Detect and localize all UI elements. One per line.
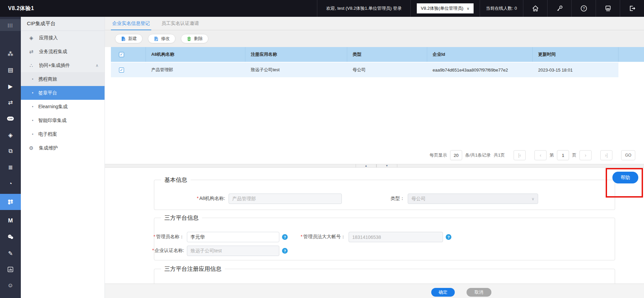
first-page-button[interactable]: |‹ (514, 150, 526, 160)
section-title: 三方平台注册应用信息 (161, 265, 225, 273)
cell-org-name: 产品管理部 (146, 62, 245, 77)
feather-icon[interactable]: ✎ (0, 247, 21, 259)
send-icon[interactable]: ▶ (0, 80, 21, 92)
pane-splitter[interactable]: ▲ ▼ (105, 164, 644, 168)
help-question-icon[interactable]: ? (446, 234, 451, 240)
sidebar-item-ctrip[interactable]: • 携程商旅 (21, 72, 105, 86)
column-header-app-name[interactable]: 注册应用名称 (245, 47, 347, 62)
monitor-icon[interactable] (596, 0, 620, 17)
new-button[interactable]: 新建 (115, 34, 143, 43)
help-question-icon[interactable]: ? (282, 234, 288, 240)
sidebar-item-label: 智能印章集成 (38, 118, 67, 124)
admin-name-input[interactable] (187, 232, 279, 242)
table-row[interactable]: ✓ 产品管理部 致远子公司test 母公司 eaa9b74d651e43aa80… (111, 62, 644, 77)
bullet-icon: • (31, 77, 34, 82)
column-header-company-id[interactable]: 企业Id (427, 47, 533, 62)
a8-org-input[interactable] (229, 194, 342, 204)
bar-chart-icon[interactable] (0, 263, 21, 275)
flow-icon[interactable]: ⇄ (0, 96, 21, 109)
splitter-up-icon[interactable]: ▲ (356, 164, 376, 167)
type-label: 类型： (376, 196, 405, 202)
go-button[interactable]: GO (621, 150, 635, 160)
icon-rail: ||| ⁂ ▤ ▶ ⇄ CAP ◈ ⧉ ≣ ◔ M ✎ ☺ ⊛ (0, 17, 21, 298)
cancel-button[interactable]: 取消 (467, 288, 491, 297)
role-selector-cell: V8.2体验(单位管理员) ∨ (410, 0, 479, 17)
help-question-icon[interactable]: ? (282, 248, 288, 254)
per-page-label: 每页显示 (430, 152, 447, 158)
row-checkbox[interactable]: ✓ (119, 68, 124, 73)
section-title: 三方平台信息 (161, 214, 202, 222)
page-number-input[interactable] (557, 150, 569, 160)
column-header-updated[interactable]: 更新时间 (533, 47, 618, 62)
page-suffix-label: 页 (572, 152, 576, 158)
sidebar-item-label: 签章平台 (38, 90, 57, 96)
tab-employee-realname[interactable]: 员工实名认证邀请 (161, 17, 199, 30)
per-page-input[interactable] (450, 150, 462, 160)
new-file-icon (121, 36, 126, 41)
sidebar-item-bpm-integration[interactable]: ⇄ 业务流程集成 (21, 45, 105, 58)
sidebar-item-label: 业务流程集成 (39, 49, 67, 55)
sidebar-item-elearning[interactable]: • Elearning集成 (21, 100, 105, 114)
role-selector[interactable]: V8.2体验(单位管理员) ∨ (417, 3, 473, 13)
page-prefix-label: 第 (550, 152, 554, 158)
cert-name-label: *企业认证名称: (147, 248, 184, 254)
sidebar-item-integration-maintenance[interactable]: ⚙ 集成维护 (21, 141, 105, 155)
key-icon[interactable] (547, 0, 571, 17)
column-header-type[interactable]: 类型 (347, 47, 427, 62)
help-button[interactable]: 帮助 (612, 172, 638, 183)
tab-enterprise-realname[interactable]: 企业实名信息登记 (112, 17, 150, 30)
robot-icon[interactable]: ☺ (0, 280, 21, 292)
sidebar-item-e-archive[interactable]: • 电子档案 (21, 127, 105, 141)
control-panel-icon[interactable]: ▤ (0, 64, 21, 76)
m-icon[interactable]: M (0, 215, 21, 227)
stack-icon[interactable]: ≣ (0, 161, 21, 173)
bullet-icon: • (31, 118, 34, 123)
edit-button[interactable]: 修改 (148, 34, 175, 43)
cell-updated: 2023-03-15 18:01 (533, 62, 618, 77)
org-chart-icon[interactable]: ⁂ (0, 48, 21, 60)
help-icon[interactable]: ? (571, 0, 596, 17)
cell-filler (618, 62, 644, 77)
splitter-down-icon[interactable]: ▼ (376, 164, 397, 167)
next-page-button[interactable]: › (579, 150, 592, 160)
required-asterisk: * (154, 234, 155, 239)
toolbar: 新建 修改 删除 (105, 30, 644, 47)
column-header-org-name[interactable]: A8机构名称 (146, 47, 245, 62)
fadada-account-input[interactable] (349, 232, 443, 242)
pagination-bar: 每页显示 条/共1条记录 共1页 |‹ ‹ 第 页 › ›| GO (105, 149, 644, 161)
cap-badge-icon[interactable]: CAP (0, 113, 21, 125)
sidebar-item-label: 集成维护 (39, 145, 58, 151)
section-basic-info: 基本信息 (154, 180, 615, 210)
sidebar-item-signature-platform[interactable]: • 签章平台 (21, 86, 105, 100)
cert-name-input[interactable] (187, 246, 279, 256)
edit-file-icon (154, 36, 159, 41)
records-label: 条/共1条记录 (465, 152, 491, 158)
home-icon[interactable] (523, 0, 547, 17)
required-asterisk: * (197, 196, 199, 201)
bullet-icon: • (31, 104, 34, 109)
documents-icon[interactable]: ⧉ (0, 145, 21, 157)
logout-icon[interactable] (620, 0, 644, 17)
wechat-icon[interactable] (0, 231, 21, 243)
collapse-menu-icon[interactable]: ||| (0, 19, 21, 31)
palette-icon[interactable]: ◔ (0, 178, 21, 190)
data-table: ✓ A8机构名称 注册应用名称 类型 企业Id 更新时间 ✓ 产品管理部 致远子… (111, 47, 644, 77)
cell-app-name: 致远子公司test (245, 62, 347, 77)
prev-page-button[interactable]: ‹ (534, 150, 547, 160)
required-asterisk: * (301, 234, 303, 239)
flow-icon: ⇄ (28, 49, 34, 55)
hex-plane-icon[interactable]: ⊛ (0, 294, 21, 298)
cube-icon[interactable]: ◈ (0, 129, 21, 141)
column-header-filler (618, 47, 644, 62)
sidebar-item-label: 协同+集成插件 (39, 62, 70, 69)
type-select[interactable]: 母公司 ∨ (408, 194, 538, 204)
required-asterisk: * (152, 248, 154, 253)
sidebar-item-smart-seal[interactable]: • 智能印章集成 (21, 114, 105, 127)
delete-button[interactable]: 删除 (181, 34, 208, 43)
sidebar-item-app-access[interactable]: ◈ 应用接入 (21, 31, 105, 45)
clover-icon[interactable] (0, 194, 21, 210)
ok-button[interactable]: 确定 (431, 288, 455, 297)
select-all-checkbox[interactable]: ✓ (119, 52, 124, 57)
sidebar-item-collab-plugins[interactable]: ∴ 协同+集成插件 ∧ (21, 58, 105, 72)
last-page-button[interactable]: ›| (600, 150, 612, 160)
